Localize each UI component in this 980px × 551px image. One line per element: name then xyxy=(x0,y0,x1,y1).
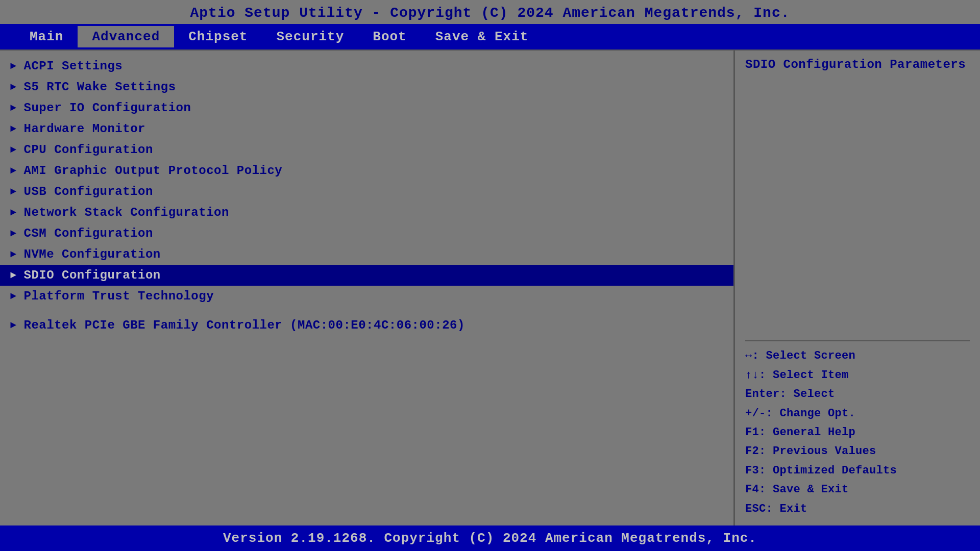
menu-item-nvme[interactable]: ► NVMe Configuration xyxy=(0,244,733,265)
arrow-icon: ► xyxy=(10,269,17,281)
menu-item-realtek[interactable]: ► Realtek PCIe GBE Family Controller (MA… xyxy=(0,315,733,336)
menu-item-ami-graphic[interactable]: ► AMI Graphic Output Protocol Policy xyxy=(0,160,733,181)
left-panel: ► ACPI Settings ► S5 RTC Wake Settings ►… xyxy=(0,51,735,525)
menu-item-label: Realtek PCIe GBE Family Controller (MAC:… xyxy=(24,318,465,332)
menu-item-label: ACPI Settings xyxy=(24,59,123,73)
right-spacer xyxy=(745,77,970,340)
help-divider xyxy=(745,340,970,341)
arrow-icon: ► xyxy=(10,290,17,302)
menu-item-label: SDIO Configuration xyxy=(24,268,161,282)
key-select-screen: ↔: Select Screen xyxy=(745,346,970,365)
tab-chipset[interactable]: Chipset xyxy=(174,26,262,47)
menu-item-hwmonitor[interactable]: ► Hardware Monitor xyxy=(0,118,733,139)
footer: Version 2.19.1268. Copyright (C) 2024 Am… xyxy=(0,525,980,551)
key-f2: F2: Previous Values xyxy=(745,442,970,461)
help-keys: ↔: Select Screen ↑↓: Select Item Enter: … xyxy=(745,346,970,518)
menu-item-label: NVMe Configuration xyxy=(24,247,161,261)
menu-item-label: Platform Trust Technology xyxy=(24,289,214,303)
tab-security[interactable]: Security xyxy=(262,26,358,47)
footer-text: Version 2.19.1268. Copyright (C) 2024 Am… xyxy=(223,531,757,546)
help-title: SDIO Configuration Parameters xyxy=(745,58,970,71)
menu-item-sdio[interactable]: ► SDIO Configuration xyxy=(0,265,733,286)
title-text: Aptio Setup Utility - Copyright (C) 2024… xyxy=(190,5,790,21)
menu-item-usb[interactable]: ► USB Configuration xyxy=(0,181,733,202)
menu-item-label: Hardware Monitor xyxy=(24,122,145,136)
arrow-icon: ► xyxy=(10,102,17,114)
menu-item-cpu[interactable]: ► CPU Configuration xyxy=(0,139,733,160)
tab-advanced[interactable]: Advanced xyxy=(78,26,174,47)
right-panel: SDIO Configuration Parameters ↔: Select … xyxy=(735,51,980,525)
key-f4: F4: Save & Exit xyxy=(745,480,970,499)
arrow-icon: ► xyxy=(10,60,17,72)
arrow-icon: ► xyxy=(10,319,17,331)
arrow-icon: ► xyxy=(10,228,17,239)
menu-item-label: CPU Configuration xyxy=(24,143,153,157)
arrow-icon: ► xyxy=(10,81,17,93)
menu-item-label: S5 RTC Wake Settings xyxy=(24,80,176,94)
menu-item-label: Network Stack Configuration xyxy=(24,206,229,219)
tab-save-exit[interactable]: Save & Exit xyxy=(421,26,543,47)
nav-tabs: Main Advanced Chipset Security Boot Save… xyxy=(0,24,980,49)
menu-item-label: CSM Configuration xyxy=(24,227,153,240)
key-select-item: ↑↓: Select Item xyxy=(745,366,970,385)
menu-item-platform[interactable]: ► Platform Trust Technology xyxy=(0,286,733,307)
arrow-icon: ► xyxy=(10,186,17,197)
arrow-icon: ► xyxy=(10,123,17,135)
arrow-icon: ► xyxy=(10,248,17,260)
key-f3: F3: Optimized Defaults xyxy=(745,461,970,480)
main-content: ► ACPI Settings ► S5 RTC Wake Settings ►… xyxy=(0,49,980,525)
menu-item-s5rtc[interactable]: ► S5 RTC Wake Settings xyxy=(0,77,733,97)
menu-item-acpi[interactable]: ► ACPI Settings xyxy=(0,56,733,77)
menu-item-superio[interactable]: ► Super IO Configuration xyxy=(0,97,733,118)
title-bar: Aptio Setup Utility - Copyright (C) 2024… xyxy=(0,0,980,24)
arrow-icon: ► xyxy=(10,144,17,156)
key-f1: F1: General Help xyxy=(745,423,970,442)
key-esc: ESC: Exit xyxy=(745,499,970,518)
arrow-icon: ► xyxy=(10,207,17,218)
menu-item-label: Super IO Configuration xyxy=(24,101,191,115)
menu-item-label: AMI Graphic Output Protocol Policy xyxy=(24,164,283,178)
arrow-icon: ► xyxy=(10,165,17,177)
tab-boot[interactable]: Boot xyxy=(358,26,421,47)
key-change-opt: +/-: Change Opt. xyxy=(745,404,970,423)
key-enter: Enter: Select xyxy=(745,385,970,404)
tab-main[interactable]: Main xyxy=(15,26,78,47)
menu-item-csm[interactable]: ► CSM Configuration xyxy=(0,223,733,244)
menu-separator xyxy=(0,307,733,315)
menu-item-label: USB Configuration xyxy=(24,185,153,198)
menu-item-network[interactable]: ► Network Stack Configuration xyxy=(0,202,733,223)
bios-screen: Aptio Setup Utility - Copyright (C) 2024… xyxy=(0,0,980,551)
